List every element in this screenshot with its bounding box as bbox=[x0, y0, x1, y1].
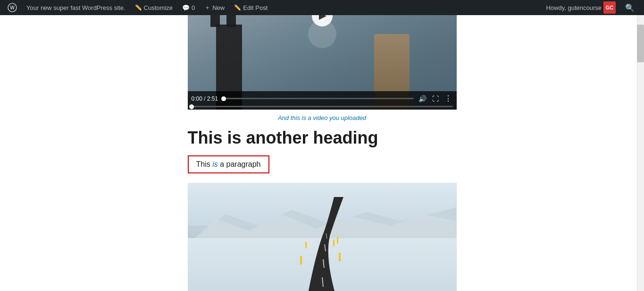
main-heading: This is another heading bbox=[188, 128, 457, 148]
scrollbar-thumb[interactable] bbox=[637, 25, 644, 62]
admin-bar: W Your new super fast WordPress site. ✏️… bbox=[0, 0, 644, 15]
svg-rect-9 bbox=[305, 242, 307, 248]
search-button[interactable]: 🔍 bbox=[619, 3, 640, 12]
paragraph-link[interactable]: is bbox=[212, 160, 218, 168]
svg-text:W: W bbox=[10, 5, 15, 10]
video-seekbar[interactable] bbox=[192, 106, 453, 107]
site-name-text: Your new super fast WordPress site. bbox=[26, 4, 125, 11]
video-controls: 0:00 / 2:51 🔊 ⛶ ⋮ bbox=[188, 91, 457, 110]
customize-label: Customize bbox=[144, 4, 173, 11]
paragraph-suffix: a paragraph bbox=[220, 160, 260, 168]
edit-post-link[interactable]: ✏️ Edit Post bbox=[230, 0, 271, 15]
video-frame[interactable]: 0:00 / 2:51 🔊 ⛶ ⋮ bbox=[188, 15, 457, 110]
content-area: This is another heading This is a paragr… bbox=[188, 128, 457, 291]
customize-link[interactable]: ✏️ Customize bbox=[131, 0, 176, 15]
paragraph-highlight-box: This is a paragraph bbox=[188, 155, 269, 173]
more-options-button[interactable]: ⋮ bbox=[443, 93, 453, 104]
user-avatar: GC bbox=[603, 1, 616, 14]
video-caption: And this is a video you uploaded bbox=[278, 114, 366, 121]
svg-rect-12 bbox=[337, 237, 338, 244]
admin-bar-right: Howdy, gutencourse GC 🔍 bbox=[542, 0, 640, 15]
paragraph-prefix: This bbox=[196, 160, 210, 168]
page-content: 0:00 / 2:51 🔊 ⛶ ⋮ And this is a v bbox=[0, 15, 644, 291]
site-name-link[interactable]: Your new super fast WordPress site. bbox=[23, 0, 129, 15]
comment-icon: 💬 bbox=[182, 4, 190, 11]
svg-rect-8 bbox=[300, 256, 302, 265]
video-controls-row: 0:00 / 2:51 🔊 ⛶ ⋮ bbox=[188, 91, 457, 106]
road-image bbox=[188, 183, 457, 291]
svg-rect-11 bbox=[333, 240, 335, 246]
video-progress-thumb[interactable] bbox=[221, 96, 226, 101]
edit-icon: ✏️ bbox=[234, 4, 241, 11]
new-content-link[interactable]: ＋ New bbox=[201, 0, 228, 15]
wp-logo-button[interactable]: W bbox=[4, 0, 21, 15]
comment-count: 0 bbox=[192, 4, 195, 11]
video-caption-area: And this is a video you uploaded bbox=[188, 110, 457, 128]
video-seekbar-row bbox=[188, 106, 457, 110]
video-time: 0:00 / 2:51 bbox=[192, 95, 218, 102]
scrollbar bbox=[637, 15, 644, 291]
fullscreen-button[interactable]: ⛶ bbox=[431, 94, 440, 103]
video-seek-thumb[interactable] bbox=[189, 104, 194, 109]
howdy-label: Howdy, gutencourse bbox=[546, 4, 602, 11]
pencil-icon: ✏️ bbox=[135, 4, 142, 11]
howdy-text-item[interactable]: Howdy, gutencourse GC bbox=[542, 0, 619, 15]
video-block: 0:00 / 2:51 🔊 ⛶ ⋮ bbox=[188, 15, 457, 110]
edit-post-label: Edit Post bbox=[243, 4, 268, 11]
road-svg bbox=[188, 183, 457, 291]
search-icon: 🔍 bbox=[625, 3, 635, 12]
svg-rect-10 bbox=[339, 253, 341, 261]
new-label: New bbox=[212, 4, 225, 11]
paragraph-text: This is a paragraph bbox=[196, 160, 261, 168]
plus-icon: ＋ bbox=[204, 3, 210, 12]
volume-button[interactable]: 🔊 bbox=[418, 94, 427, 103]
comments-link[interactable]: 💬 0 bbox=[178, 0, 199, 15]
video-progress-bar[interactable] bbox=[222, 98, 413, 99]
